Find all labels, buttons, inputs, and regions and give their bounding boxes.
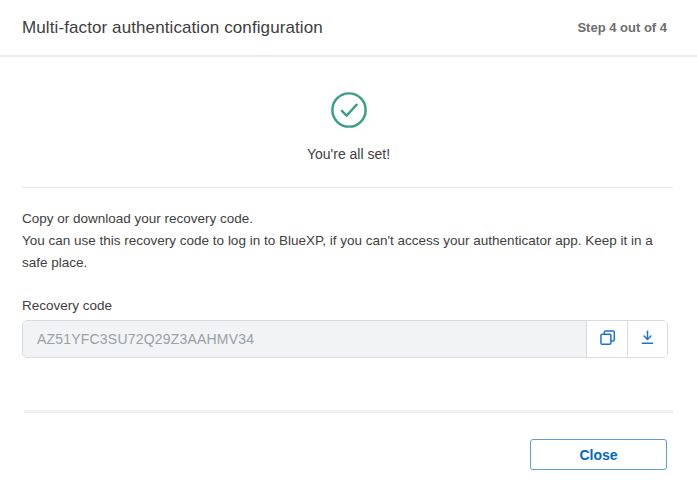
dialog-footer: Close (0, 439, 697, 470)
close-button[interactable]: Close (530, 439, 667, 470)
recovery-code-row (22, 320, 668, 358)
copy-icon (599, 329, 616, 349)
footer-divider (24, 410, 673, 413)
recovery-code-section: Recovery code (22, 298, 668, 358)
success-message: You're all set! (307, 146, 390, 162)
instruction-line-1: Copy or download your recovery code. (22, 208, 675, 230)
dialog-header: Multi-factor authentication configuratio… (0, 0, 697, 55)
step-indicator: Step 4 out of 4 (577, 20, 667, 35)
instruction-line-2: You can use this recovery code to log in… (22, 230, 675, 274)
check-circle-icon (330, 91, 368, 133)
download-button[interactable] (627, 321, 667, 357)
section-divider (22, 187, 673, 188)
recovery-code-input[interactable] (23, 321, 587, 357)
recovery-code-label: Recovery code (22, 298, 668, 313)
page-title: Multi-factor authentication configuratio… (22, 18, 323, 38)
download-icon (639, 329, 656, 349)
copy-button[interactable] (587, 321, 627, 357)
mfa-configuration-dialog: Multi-factor authentication configuratio… (0, 0, 697, 481)
instructions: Copy or download your recovery code. You… (22, 208, 675, 274)
success-block: You're all set! (0, 57, 697, 162)
